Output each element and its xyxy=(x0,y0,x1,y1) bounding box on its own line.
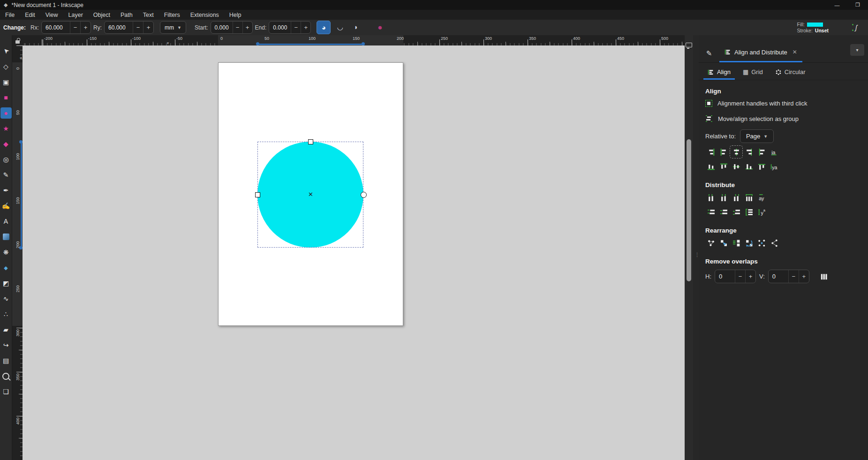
distribute-text-anchor-vertical-button[interactable]: ya xyxy=(756,206,767,218)
tweak-tool[interactable]: ∿ xyxy=(0,293,12,304)
tab-circular[interactable]: Circular xyxy=(771,68,810,80)
dialog-tab-icon[interactable]: ✎ xyxy=(699,45,719,62)
menu-item-view[interactable]: View xyxy=(40,11,63,19)
ellipse-rx-handle[interactable] xyxy=(255,192,260,197)
h-gap-plus-button[interactable]: + xyxy=(745,270,755,283)
h-gap-spinbox[interactable]: 0 − + xyxy=(715,270,756,283)
h-gap-value[interactable]: 0 xyxy=(715,273,735,280)
ry-value[interactable]: 60.000 xyxy=(105,24,133,31)
menu-item-layer[interactable]: Layer xyxy=(63,11,88,19)
end-minus-button[interactable]: − xyxy=(291,22,301,33)
eraser-tool[interactable]: ▰ xyxy=(0,324,12,335)
align-top-to-anchor-button[interactable] xyxy=(705,161,717,172)
spiral-tool[interactable]: ◎ xyxy=(0,154,12,165)
randomize-positions-button[interactable] xyxy=(756,237,767,249)
graph-layout-button[interactable] xyxy=(705,237,717,249)
distribute-text-anchor-horizontal-button[interactable]: ay xyxy=(756,192,767,203)
close-icon[interactable]: ✕ xyxy=(793,49,797,55)
zoom-tool[interactable] xyxy=(0,370,12,382)
selector-tool[interactable]: ➤ xyxy=(0,45,12,57)
tab-grid[interactable]: ▦Grid xyxy=(739,68,767,80)
h-gap-minus-button[interactable]: − xyxy=(735,270,745,283)
minimize-button[interactable]: — xyxy=(827,0,847,10)
lock-icon[interactable] xyxy=(15,40,20,44)
v-gap-plus-button[interactable]: + xyxy=(799,270,809,283)
exchange-clockwise-button[interactable] xyxy=(743,237,755,249)
spray-tool[interactable]: ∴ xyxy=(0,309,12,320)
v-gap-value[interactable]: 0 xyxy=(769,273,788,280)
unit-select[interactable]: mm ▼ xyxy=(160,21,186,34)
exchange-selection-order-button[interactable] xyxy=(718,237,729,249)
align-text-anchor-horizontal-button[interactable]: ja xyxy=(769,146,780,158)
distribute-centers-vertically-button[interactable] xyxy=(718,206,729,218)
rx-plus-button[interactable]: + xyxy=(80,22,91,33)
align-left-edges-button[interactable] xyxy=(718,146,729,158)
distribute-centers-horizontally-button[interactable] xyxy=(718,192,729,203)
align-bottom-edges-button[interactable] xyxy=(743,161,755,172)
distribute-left-edges-button[interactable] xyxy=(705,192,717,203)
ruler-corner[interactable] xyxy=(12,35,23,45)
vertical-ruler[interactable]: ◄ 050100150200250300350400450 xyxy=(12,45,23,460)
arc-mode-button[interactable]: ◡ xyxy=(333,21,347,33)
menu-item-edit[interactable]: Edit xyxy=(20,11,40,19)
display-adjust-icon[interactable] xyxy=(686,43,692,47)
distribute-equal-vertical-gaps-button[interactable] xyxy=(743,206,755,218)
rx-value[interactable]: 60.000 xyxy=(42,24,70,31)
fill-swatch[interactable] xyxy=(807,23,823,27)
distribute-bottom-edges-button[interactable] xyxy=(731,206,742,218)
slice-mode-button[interactable]: ◕ xyxy=(317,21,331,34)
calligraphy-tool[interactable]: ✍ xyxy=(0,200,12,211)
align-text-anchor-vertical-button[interactable]: ya xyxy=(769,161,780,172)
shape-builder-tool[interactable]: ▣ xyxy=(0,76,12,88)
distribute-top-edges-button[interactable] xyxy=(705,206,717,218)
panel-menu-button[interactable]: ▾ xyxy=(850,44,864,56)
align-right-to-anchor-button[interactable] xyxy=(756,146,767,158)
chord-mode-button[interactable]: ◗ xyxy=(349,21,362,33)
ry-plus-button[interactable]: + xyxy=(143,22,153,33)
snapping-toggle-icon[interactable]: ʃ xyxy=(850,23,862,31)
menu-item-object[interactable]: Object xyxy=(88,11,115,19)
pages-tool[interactable]: ❏ xyxy=(0,386,12,397)
menu-item-text[interactable]: Text xyxy=(138,11,159,19)
exchange-stacking-order-button[interactable] xyxy=(731,237,742,249)
fill-stroke-indicator[interactable]: Fill: Stroke: Unset xyxy=(797,22,829,34)
horizontal-ruler[interactable]: ▼ -200-150-100-5005010015020025030035040… xyxy=(23,35,685,45)
tab-align-and-distribute[interactable]: Align and Distribute ✕ xyxy=(719,43,802,62)
ry-spinbox[interactable]: 60.000 − + xyxy=(104,21,154,34)
align-center-horizontal-axis-button[interactable] xyxy=(731,161,742,172)
v-gap-minus-button[interactable]: − xyxy=(788,270,799,283)
mesh-tool[interactable]: ❋ xyxy=(0,247,12,258)
align-top-edges-button[interactable] xyxy=(718,161,729,172)
ellipse-tool[interactable]: ● xyxy=(0,107,12,119)
menu-item-extensions[interactable]: Extensions xyxy=(185,11,224,19)
align-left-to-anchor-button[interactable] xyxy=(705,146,717,158)
measure-tool[interactable]: ▤ xyxy=(0,355,12,366)
menu-item-file[interactable]: File xyxy=(0,11,20,19)
v-gap-spinbox[interactable]: 0 − + xyxy=(768,270,809,283)
align-bottom-to-anchor-button[interactable] xyxy=(756,161,767,172)
pencil-tool[interactable]: ✎ xyxy=(0,169,12,181)
rx-spinbox[interactable]: 60.000 − + xyxy=(41,21,91,34)
box-3d-tool[interactable]: ◆ xyxy=(0,138,12,150)
connector-tool[interactable]: ↪ xyxy=(0,339,12,351)
ellipse-ry-handle[interactable] xyxy=(308,139,313,144)
star-tool[interactable]: ★ xyxy=(0,123,12,134)
ry-minus-button[interactable]: − xyxy=(133,22,143,33)
ellipse-arc-handle[interactable] xyxy=(361,192,367,198)
tab-align[interactable]: Align xyxy=(703,68,735,80)
move-as-group-toggle[interactable]: Move/align selection as group xyxy=(705,112,861,126)
pen-tool[interactable]: ✒ xyxy=(0,185,12,196)
distribute-equal-horizontal-gaps-button[interactable] xyxy=(743,192,755,203)
paint-bucket-tool[interactable]: ◩ xyxy=(0,278,12,289)
relative-to-select[interactable]: Page ▼ xyxy=(740,129,774,143)
start-minus-button[interactable]: − xyxy=(233,22,242,33)
alignment-handles-toggle[interactable]: Alignment handles with third click xyxy=(705,96,861,110)
canvas[interactable]: ✕ xyxy=(23,45,685,460)
scrollbar-thumb[interactable] xyxy=(687,139,691,281)
panel-resize-handle[interactable]: ⋮ xyxy=(693,35,699,460)
end-value[interactable]: 0.000 xyxy=(269,24,291,31)
text-tool[interactable]: A xyxy=(0,216,12,227)
gradient-tool[interactable] xyxy=(0,231,12,242)
rectangle-tool[interactable]: ■ xyxy=(0,92,12,103)
menu-item-help[interactable]: Help xyxy=(224,11,247,19)
